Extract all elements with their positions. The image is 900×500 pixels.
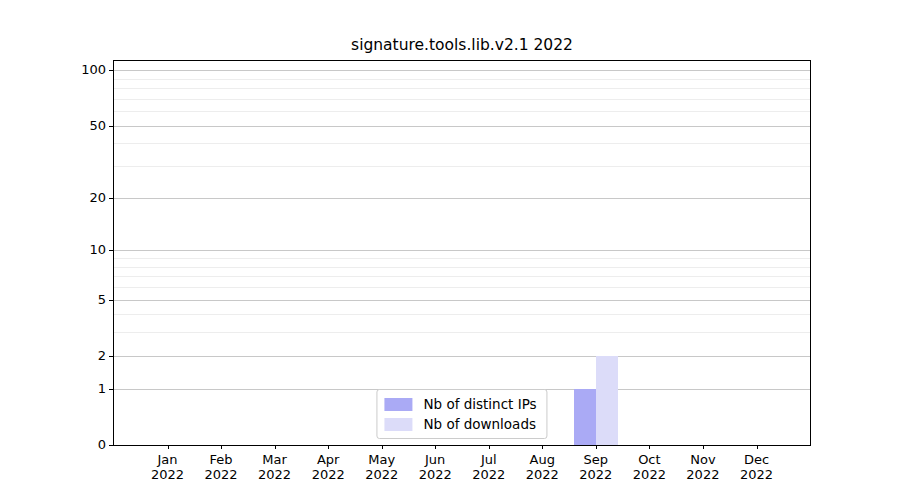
bar-distinct-ips bbox=[574, 389, 596, 445]
chart-title: signature.tools.lib.v2.1 2022 bbox=[114, 36, 810, 54]
plot-area: Nb of distinct IPs Nb of downloads bbox=[113, 60, 811, 446]
legend-item-distinct-ips: Nb of distinct IPs bbox=[384, 396, 536, 412]
y-minor-gridline bbox=[114, 88, 810, 89]
y-minor-gridline bbox=[114, 166, 810, 167]
y-tick-label: 1 bbox=[0, 381, 106, 397]
y-major-gridline bbox=[114, 198, 810, 199]
y-tick-mark bbox=[109, 445, 113, 446]
x-tick-mark bbox=[489, 445, 490, 449]
y-tick-mark bbox=[109, 126, 113, 127]
x-tick-mark bbox=[757, 445, 758, 449]
bar-downloads bbox=[596, 356, 618, 445]
y-tick-label: 2 bbox=[0, 348, 106, 364]
y-tick-mark bbox=[109, 356, 113, 357]
y-tick-mark bbox=[109, 389, 113, 390]
y-tick-mark bbox=[109, 250, 113, 251]
x-tick-year: 2022 bbox=[717, 467, 797, 482]
x-tick-mark bbox=[542, 445, 543, 449]
x-tick-mark bbox=[382, 445, 383, 449]
y-major-gridline bbox=[114, 126, 810, 127]
y-tick-label: 100 bbox=[0, 62, 106, 78]
y-minor-gridline bbox=[114, 276, 810, 277]
legend-label-distinct-ips: Nb of distinct IPs bbox=[423, 396, 536, 412]
legend-label-downloads: Nb of downloads bbox=[423, 416, 536, 432]
y-major-gridline bbox=[114, 70, 810, 71]
y-minor-gridline bbox=[114, 143, 810, 144]
legend-item-downloads: Nb of downloads bbox=[384, 416, 536, 432]
x-tick-mark bbox=[596, 445, 597, 449]
x-tick-mark bbox=[275, 445, 276, 449]
legend-swatch-downloads bbox=[384, 418, 412, 431]
y-minor-gridline bbox=[114, 287, 810, 288]
y-tick-label: 10 bbox=[0, 242, 106, 258]
x-tick-month: Dec bbox=[717, 452, 797, 467]
x-tick-mark bbox=[221, 445, 222, 449]
y-minor-gridline bbox=[114, 258, 810, 259]
y-tick-label: 0 bbox=[0, 437, 106, 453]
y-minor-gridline bbox=[114, 79, 810, 80]
x-tick-label: Dec2022 bbox=[717, 452, 797, 482]
y-minor-gridline bbox=[114, 111, 810, 112]
y-tick-mark bbox=[109, 70, 113, 71]
y-major-gridline bbox=[114, 300, 810, 301]
x-tick-mark bbox=[328, 445, 329, 449]
y-minor-gridline bbox=[114, 267, 810, 268]
y-tick-label: 5 bbox=[0, 292, 106, 308]
y-tick-mark bbox=[109, 198, 113, 199]
y-tick-mark bbox=[109, 300, 113, 301]
x-tick-mark bbox=[703, 445, 704, 449]
y-minor-gridline bbox=[114, 99, 810, 100]
legend-swatch-distinct-ips bbox=[384, 398, 412, 411]
figure: signature.tools.lib.v2.1 2022 Nb of dist… bbox=[0, 0, 900, 500]
x-tick-mark bbox=[435, 445, 436, 449]
legend: Nb of distinct IPs Nb of downloads bbox=[376, 389, 547, 439]
y-minor-gridline bbox=[114, 314, 810, 315]
y-tick-label: 50 bbox=[0, 118, 106, 134]
x-tick-mark bbox=[649, 445, 650, 449]
y-minor-gridline bbox=[114, 332, 810, 333]
x-tick-mark bbox=[168, 445, 169, 449]
y-major-gridline bbox=[114, 356, 810, 357]
y-tick-label: 20 bbox=[0, 190, 106, 206]
y-major-gridline bbox=[114, 250, 810, 251]
